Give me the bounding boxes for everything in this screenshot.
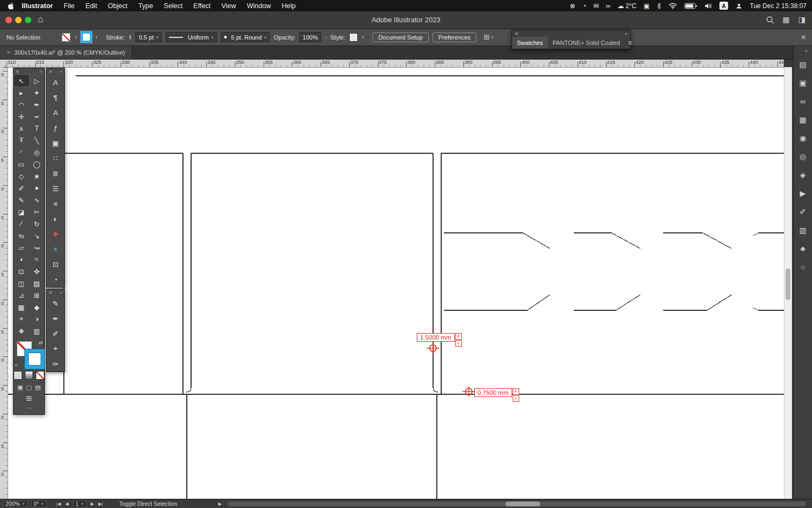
stroke-weight-field[interactable]: 0.5 pt∨: [135, 32, 162, 42]
variable-width-profile-select[interactable]: Uniform∨: [166, 32, 217, 42]
star-tool[interactable]: ★: [29, 170, 45, 182]
pen-tool[interactable]: ✒: [29, 99, 45, 110]
lasso-tool[interactable]: ◠: [14, 99, 29, 110]
link-icon[interactable]: ∞: [606, 2, 611, 10]
spiral-tool[interactable]: ◎: [29, 146, 45, 158]
add-anchor-point-tool[interactable]: ✛: [14, 110, 29, 122]
gradient-button[interactable]: [25, 371, 34, 380]
duplicate-icon[interactable]: ▣: [47, 135, 64, 151]
volume-icon[interactable]: [704, 3, 712, 9]
width-tool[interactable]: ◖: [14, 253, 29, 265]
mesh-tool[interactable]: ⊞: [29, 289, 45, 301]
eyedropper-2-icon[interactable]: ✑: [47, 356, 64, 372]
panel-toggle-icon[interactable]: ◨: [798, 15, 806, 24]
menu-select[interactable]: Select: [159, 2, 188, 10]
color-guide-panel-icon[interactable]: ◎: [794, 147, 812, 166]
menubar-clock[interactable]: Tue Dec 2 15:38:07: [750, 2, 807, 10]
artboard-number-select[interactable]: 1∨: [73, 500, 87, 507]
menu-help[interactable]: Help: [276, 2, 301, 10]
paintbrush-tool[interactable]: ✐: [14, 182, 29, 194]
gradient-panel-icon[interactable]: ▦: [794, 110, 812, 129]
rotate-tool[interactable]: ↻: [29, 218, 45, 230]
line-segment-tool[interactable]: ╲: [29, 134, 45, 146]
smart-guides-icon[interactable]: ☀: [47, 242, 64, 257]
direct-selection-tool[interactable]: ▷: [29, 75, 45, 87]
anchor-point-tool[interactable]: ∧: [14, 122, 29, 134]
dimension-annotation[interactable]: 0.7500 mm✕∨: [474, 388, 519, 402]
dock-expand-icon[interactable]: «: [801, 45, 812, 55]
knife-tool[interactable]: ∕: [14, 218, 29, 230]
pencil-tool[interactable]: ✎: [14, 194, 29, 206]
symbol-sprayer-tool[interactable]: ❖: [14, 325, 29, 337]
previous-artboard-icon[interactable]: ◀: [65, 502, 68, 506]
ellipse-tool[interactable]: ◯: [29, 158, 45, 170]
gradient-tool[interactable]: ▦: [14, 301, 29, 313]
color-button[interactable]: [14, 371, 22, 380]
swap-fill-stroke-icon[interactable]: ⇄: [38, 340, 43, 346]
artboard-canvas[interactable]: 1.5000 mm✕∨0.7500 mm✕∨: [0, 67, 784, 499]
first-artboard-icon[interactable]: |◀: [56, 502, 61, 506]
menu-object[interactable]: Object: [102, 2, 133, 10]
reshape-tool[interactable]: ↝: [29, 242, 45, 253]
pencil-2-icon[interactable]: ✎: [47, 296, 64, 311]
align-panel-icon[interactable]: ≣: [47, 166, 64, 181]
stroke-chevron-icon[interactable]: ∨: [95, 35, 98, 40]
controlbar-menu-icon[interactable]: ≡: [801, 33, 806, 41]
timer-icon[interactable]: ◔: [47, 272, 64, 287]
pen-nib-icon[interactable]: ✒: [47, 311, 64, 326]
navigator-panel-icon[interactable]: ○: [794, 258, 812, 276]
opacity-field[interactable]: 100%: [299, 32, 321, 42]
smooth-tool[interactable]: ∿: [29, 194, 45, 206]
puppet-warp-tool[interactable]: ✜: [29, 265, 45, 277]
tab-pantone-solid-coated[interactable]: PANTONE+ Solid Coated: [548, 37, 625, 49]
tertiary-expand-icon[interactable]: »: [60, 290, 62, 295]
type-tool[interactable]: T: [29, 122, 45, 134]
eraser-tool[interactable]: ◪: [14, 206, 29, 218]
keyboard-input-badge[interactable]: A: [719, 2, 728, 10]
vertical-scrollbar[interactable]: [784, 67, 792, 499]
menu-window[interactable]: Window: [241, 2, 276, 10]
reflect-tool[interactable]: ⇋: [14, 230, 29, 242]
menu-effect[interactable]: Effect: [188, 2, 216, 10]
measure-tool[interactable]: ⌖: [14, 313, 29, 325]
dimension-close-icon[interactable]: ✕: [513, 388, 519, 395]
horizontal-scrollbar[interactable]: [228, 502, 806, 506]
tab-swatches[interactable]: Swatches: [512, 37, 548, 49]
fill-swatch[interactable]: [62, 33, 70, 42]
glyphs-panel-icon[interactable]: ƒ: [47, 120, 64, 135]
dimension-anchor-icon[interactable]: [426, 341, 440, 355]
vertical-scrollbar-thumb[interactable]: [785, 269, 790, 300]
horizontal-scrollbar-thumb[interactable]: [506, 502, 540, 506]
menu-illustrator[interactable]: Illustrator: [16, 2, 58, 10]
menu-lines-icon[interactable]: ☰: [47, 181, 64, 196]
secondary-close-icon[interactable]: ✕: [49, 69, 53, 74]
messages-icon[interactable]: ✉: [593, 2, 599, 10]
perspective-grid-tool[interactable]: ⊿: [14, 289, 29, 301]
draw-inside-icon[interactable]: ▤: [35, 384, 41, 391]
zoom-select[interactable]: 200%∨: [3, 500, 28, 507]
workspace-grid-icon[interactable]: ▦: [783, 15, 790, 24]
stroke-stepper[interactable]: ▲▼: [128, 35, 132, 40]
draw-behind-icon[interactable]: ▢: [26, 384, 31, 391]
do-not-disturb-icon[interactable]: ⊗: [570, 2, 575, 10]
blob-brush-tool[interactable]: ●: [29, 182, 45, 194]
magic-wand-tool[interactable]: ✦: [29, 87, 45, 99]
column-graph-tool[interactable]: ▥: [29, 325, 45, 337]
actions-panel-icon[interactable]: ▶: [794, 184, 812, 203]
color-panel-icon[interactable]: ◉: [794, 129, 812, 147]
paragraph-panel-icon[interactable]: ¶: [47, 90, 64, 105]
align-options-icon[interactable]: ⊞: [483, 33, 489, 41]
usage-chart-icon[interactable]: ◔: [582, 2, 586, 10]
dimension-dropdown-icon[interactable]: ∨: [513, 395, 519, 402]
shape-builder-tool[interactable]: ◫: [14, 277, 29, 289]
touch-type-tool[interactable]: Ŧ: [14, 134, 29, 146]
style-swatch[interactable]: [349, 33, 358, 42]
tertiary-close-icon[interactable]: ✕: [49, 290, 53, 295]
links-panel-icon[interactable]: ∞: [794, 92, 812, 110]
search-icon[interactable]: [766, 16, 774, 24]
swatches-collapse-icon[interactable]: «: [625, 32, 627, 36]
secondary-expand-icon[interactable]: »: [60, 69, 62, 74]
dimension-anchor-icon[interactable]: [462, 385, 476, 399]
arc-tool[interactable]: ◜: [14, 146, 29, 158]
free-transform-tool[interactable]: ⊡: [14, 265, 29, 277]
